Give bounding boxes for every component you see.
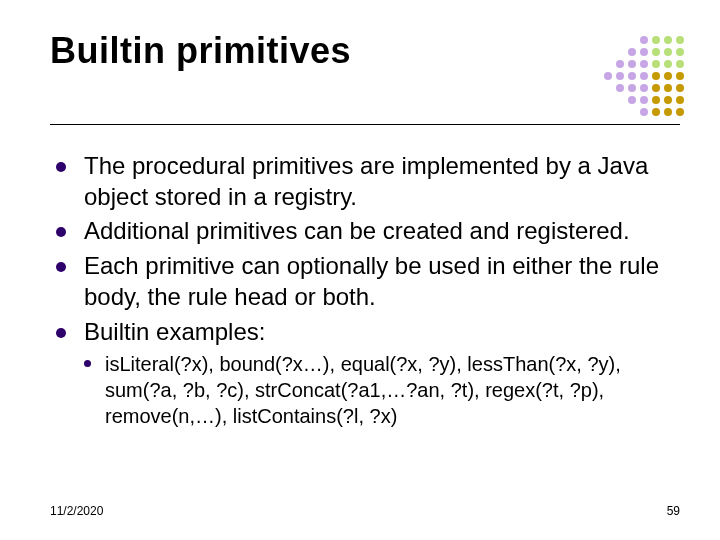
dot-icon — [616, 36, 624, 44]
slide: Builtin primitives The procedural primit… — [0, 0, 720, 540]
dot-icon — [676, 108, 684, 116]
dot-icon — [604, 96, 612, 104]
list-item: Each primitive can optionally be used in… — [56, 251, 680, 312]
dot-icon — [676, 60, 684, 68]
bullet-icon — [56, 262, 66, 272]
sub-bullet-list: isLiteral(?x), bound(?x…), equal(?x, ?y)… — [84, 351, 680, 429]
list-item: isLiteral(?x), bound(?x…), equal(?x, ?y)… — [84, 351, 680, 429]
dot-icon — [616, 60, 624, 68]
dot-icon — [628, 60, 636, 68]
bullet-icon — [56, 162, 66, 172]
title-underline — [50, 124, 680, 125]
dot-icon — [640, 60, 648, 68]
list-item: Builtin examples: — [56, 317, 680, 348]
dot-icon — [616, 48, 624, 56]
bullet-icon — [84, 360, 91, 367]
dot-icon — [640, 96, 648, 104]
footer-date: 11/2/2020 — [50, 504, 103, 518]
dot-icon — [628, 72, 636, 80]
bullet-text: Additional primitives can be created and… — [84, 216, 630, 247]
dot-icon — [604, 60, 612, 68]
dot-icon — [664, 108, 672, 116]
dot-icon — [664, 48, 672, 56]
dot-icon — [640, 72, 648, 80]
dot-icon — [628, 96, 636, 104]
dot-icon — [652, 84, 660, 92]
dot-icon — [640, 48, 648, 56]
bullet-text: Builtin examples: — [84, 317, 265, 348]
dot-icon — [676, 96, 684, 104]
dot-icon — [652, 48, 660, 56]
dot-icon — [604, 36, 612, 44]
dot-icon — [652, 36, 660, 44]
bullet-icon — [56, 328, 66, 338]
dot-icon — [664, 60, 672, 68]
title-row: Builtin primitives — [50, 30, 680, 118]
decorative-dots — [602, 34, 686, 118]
dot-icon — [640, 84, 648, 92]
dot-icon — [628, 84, 636, 92]
dot-icon — [616, 72, 624, 80]
slide-title: Builtin primitives — [50, 30, 351, 72]
dot-icon — [604, 72, 612, 80]
bullet-text: Each primitive can optionally be used in… — [84, 251, 680, 312]
dot-icon — [664, 84, 672, 92]
dot-icon — [640, 108, 648, 116]
dot-icon — [676, 84, 684, 92]
dot-icon — [652, 72, 660, 80]
dot-icon — [604, 84, 612, 92]
dot-icon — [676, 36, 684, 44]
dot-icon — [652, 108, 660, 116]
bullet-list: The procedural primitives are implemente… — [56, 151, 680, 347]
dot-icon — [640, 36, 648, 44]
dot-icon — [628, 48, 636, 56]
footer-page-number: 59 — [667, 504, 680, 518]
sub-bullet-text: isLiteral(?x), bound(?x…), equal(?x, ?y)… — [105, 351, 680, 429]
footer: 11/2/2020 59 — [50, 504, 680, 518]
list-item: The procedural primitives are implemente… — [56, 151, 680, 212]
dot-icon — [652, 96, 660, 104]
content-area: The procedural primitives are implemente… — [50, 151, 680, 429]
dot-icon — [664, 96, 672, 104]
dot-icon — [604, 48, 612, 56]
dot-icon — [616, 84, 624, 92]
bullet-text: The procedural primitives are implemente… — [84, 151, 680, 212]
dot-icon — [652, 60, 660, 68]
list-item: Additional primitives can be created and… — [56, 216, 680, 247]
dot-icon — [616, 96, 624, 104]
bullet-icon — [56, 227, 66, 237]
dot-icon — [628, 108, 636, 116]
dot-icon — [628, 36, 636, 44]
dot-icon — [664, 36, 672, 44]
dot-icon — [676, 48, 684, 56]
dot-icon — [664, 72, 672, 80]
dot-icon — [676, 72, 684, 80]
dot-icon — [604, 108, 612, 116]
dot-icon — [616, 108, 624, 116]
